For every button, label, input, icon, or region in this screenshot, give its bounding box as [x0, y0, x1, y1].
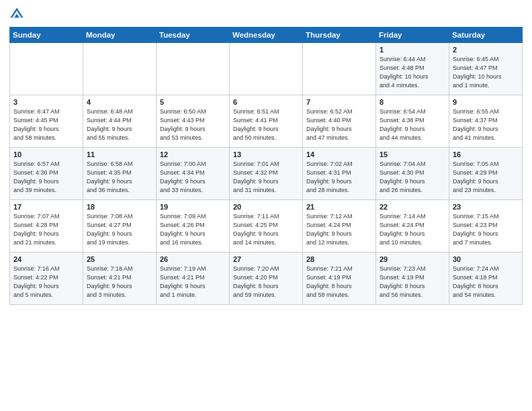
day-info: Sunrise: 7:20 AM Sunset: 4:20 PM Dayligh…	[233, 265, 299, 300]
calendar-cell: 16Sunrise: 7:05 AM Sunset: 4:29 PM Dayli…	[449, 148, 523, 200]
day-number: 15	[380, 150, 445, 158]
calendar-cell: 15Sunrise: 7:04 AM Sunset: 4:30 PM Dayli…	[376, 148, 449, 200]
calendar-cell: 8Sunrise: 6:54 AM Sunset: 4:38 PM Daylig…	[376, 95, 449, 148]
day-number: 2	[453, 46, 519, 54]
logo	[9, 7, 27, 21]
day-info: Sunrise: 6:47 AM Sunset: 4:45 PM Dayligh…	[13, 107, 79, 142]
day-info: Sunrise: 7:11 AM Sunset: 4:25 PM Dayligh…	[233, 212, 299, 247]
calendar-cell: 11Sunrise: 6:58 AM Sunset: 4:35 PM Dayli…	[83, 148, 157, 200]
header	[9, 7, 523, 21]
calendar-cell: 3Sunrise: 6:47 AM Sunset: 4:45 PM Daylig…	[10, 95, 83, 148]
day-number: 11	[87, 150, 152, 158]
day-info: Sunrise: 7:12 AM Sunset: 4:24 PM Dayligh…	[306, 212, 372, 247]
calendar-cell: 4Sunrise: 6:48 AM Sunset: 4:44 PM Daylig…	[83, 95, 157, 148]
day-info: Sunrise: 6:51 AM Sunset: 4:41 PM Dayligh…	[233, 107, 299, 142]
day-number: 18	[87, 203, 152, 211]
header-cell-saturday: Saturday	[449, 28, 523, 43]
day-number: 21	[306, 203, 372, 211]
day-number: 9	[453, 98, 519, 106]
day-info: Sunrise: 6:50 AM Sunset: 4:43 PM Dayligh…	[160, 107, 226, 142]
day-info: Sunrise: 7:09 AM Sunset: 4:26 PM Dayligh…	[160, 212, 226, 247]
calendar-cell: 12Sunrise: 7:00 AM Sunset: 4:34 PM Dayli…	[157, 148, 230, 200]
day-info: Sunrise: 7:14 AM Sunset: 4:24 PM Dayligh…	[380, 212, 445, 247]
day-info: Sunrise: 6:52 AM Sunset: 4:40 PM Dayligh…	[306, 107, 372, 142]
header-cell-friday: Friday	[376, 28, 449, 43]
calendar-cell: 1Sunrise: 6:44 AM Sunset: 4:48 PM Daylig…	[376, 43, 449, 95]
day-info: Sunrise: 7:18 AM Sunset: 4:21 PM Dayligh…	[87, 265, 152, 300]
calendar-cell	[83, 43, 157, 95]
header-cell-sunday: Sunday	[10, 28, 83, 43]
calendar-cell: 10Sunrise: 6:57 AM Sunset: 4:36 PM Dayli…	[10, 148, 83, 200]
calendar-cell: 27Sunrise: 7:20 AM Sunset: 4:20 PM Dayli…	[230, 253, 303, 305]
week-row-3: 10Sunrise: 6:57 AM Sunset: 4:36 PM Dayli…	[10, 148, 523, 200]
day-info: Sunrise: 7:16 AM Sunset: 4:22 PM Dayligh…	[13, 265, 79, 300]
header-cell-thursday: Thursday	[303, 28, 376, 43]
day-number: 14	[306, 150, 372, 158]
day-info: Sunrise: 7:04 AM Sunset: 4:30 PM Dayligh…	[380, 160, 445, 195]
calendar-cell: 17Sunrise: 7:07 AM Sunset: 4:28 PM Dayli…	[10, 200, 83, 253]
calendar-cell: 29Sunrise: 7:23 AM Sunset: 4:19 PM Dayli…	[376, 253, 449, 305]
day-number: 5	[160, 98, 226, 106]
calendar-cell: 23Sunrise: 7:15 AM Sunset: 4:23 PM Dayli…	[449, 200, 523, 253]
day-info: Sunrise: 7:08 AM Sunset: 4:27 PM Dayligh…	[87, 212, 152, 247]
header-row: SundayMondayTuesdayWednesdayThursdayFrid…	[10, 28, 523, 43]
day-info: Sunrise: 6:45 AM Sunset: 4:47 PM Dayligh…	[453, 55, 519, 90]
calendar-cell: 24Sunrise: 7:16 AM Sunset: 4:22 PM Dayli…	[10, 253, 83, 305]
day-number: 13	[233, 150, 299, 158]
calendar-body: 1Sunrise: 6:44 AM Sunset: 4:48 PM Daylig…	[10, 43, 523, 305]
calendar-cell: 26Sunrise: 7:19 AM Sunset: 4:21 PM Dayli…	[157, 253, 230, 305]
day-number: 27	[233, 255, 299, 263]
calendar-cell: 5Sunrise: 6:50 AM Sunset: 4:43 PM Daylig…	[157, 95, 230, 148]
week-row-2: 3Sunrise: 6:47 AM Sunset: 4:45 PM Daylig…	[10, 95, 523, 148]
calendar-cell: 28Sunrise: 7:21 AM Sunset: 4:19 PM Dayli…	[303, 253, 376, 305]
calendar-cell: 18Sunrise: 7:08 AM Sunset: 4:27 PM Dayli…	[83, 200, 157, 253]
day-number: 23	[453, 203, 519, 211]
day-info: Sunrise: 7:21 AM Sunset: 4:19 PM Dayligh…	[306, 265, 372, 300]
day-number: 30	[453, 255, 519, 263]
day-info: Sunrise: 6:44 AM Sunset: 4:48 PM Dayligh…	[380, 55, 445, 90]
day-number: 10	[13, 150, 79, 158]
week-row-1: 1Sunrise: 6:44 AM Sunset: 4:48 PM Daylig…	[10, 43, 523, 95]
header-cell-tuesday: Tuesday	[157, 28, 230, 43]
day-number: 19	[160, 203, 226, 211]
calendar-cell	[157, 43, 230, 95]
calendar-cell: 20Sunrise: 7:11 AM Sunset: 4:25 PM Dayli…	[230, 200, 303, 253]
calendar-cell: 22Sunrise: 7:14 AM Sunset: 4:24 PM Dayli…	[376, 200, 449, 253]
day-info: Sunrise: 7:24 AM Sunset: 4:18 PM Dayligh…	[453, 265, 519, 300]
day-number: 28	[306, 255, 372, 263]
day-number: 16	[453, 150, 519, 158]
calendar-cell: 30Sunrise: 7:24 AM Sunset: 4:18 PM Dayli…	[449, 253, 523, 305]
day-number: 22	[380, 203, 445, 211]
week-row-4: 17Sunrise: 7:07 AM Sunset: 4:28 PM Dayli…	[10, 200, 523, 253]
day-number: 24	[13, 255, 79, 263]
calendar-cell: 25Sunrise: 7:18 AM Sunset: 4:21 PM Dayli…	[83, 253, 157, 305]
week-row-5: 24Sunrise: 7:16 AM Sunset: 4:22 PM Dayli…	[10, 253, 523, 305]
day-info: Sunrise: 6:58 AM Sunset: 4:35 PM Dayligh…	[87, 160, 152, 195]
day-info: Sunrise: 7:00 AM Sunset: 4:34 PM Dayligh…	[160, 160, 226, 195]
calendar-cell	[303, 43, 376, 95]
day-info: Sunrise: 6:57 AM Sunset: 4:36 PM Dayligh…	[13, 160, 79, 195]
day-info: Sunrise: 7:01 AM Sunset: 4:32 PM Dayligh…	[233, 160, 299, 195]
day-number: 25	[87, 255, 152, 263]
day-number: 12	[160, 150, 226, 158]
calendar-cell: 19Sunrise: 7:09 AM Sunset: 4:26 PM Dayli…	[157, 200, 230, 253]
day-number: 20	[233, 203, 299, 211]
day-number: 4	[87, 98, 152, 106]
calendar-cell	[230, 43, 303, 95]
day-info: Sunrise: 7:15 AM Sunset: 4:23 PM Dayligh…	[453, 212, 519, 247]
header-cell-monday: Monday	[83, 28, 157, 43]
day-number: 8	[380, 98, 445, 106]
day-number: 26	[160, 255, 226, 263]
day-number: 1	[380, 46, 445, 54]
calendar-cell: 13Sunrise: 7:01 AM Sunset: 4:32 PM Dayli…	[230, 148, 303, 200]
calendar-cell: 9Sunrise: 6:55 AM Sunset: 4:37 PM Daylig…	[449, 95, 523, 148]
day-info: Sunrise: 6:54 AM Sunset: 4:38 PM Dayligh…	[380, 107, 445, 142]
day-number: 29	[380, 255, 445, 263]
day-info: Sunrise: 7:02 AM Sunset: 4:31 PM Dayligh…	[306, 160, 372, 195]
calendar-header: SundayMondayTuesdayWednesdayThursdayFrid…	[10, 28, 523, 43]
logo-icon	[9, 7, 24, 21]
day-info: Sunrise: 7:07 AM Sunset: 4:28 PM Dayligh…	[13, 212, 79, 247]
calendar-cell: 7Sunrise: 6:52 AM Sunset: 4:40 PM Daylig…	[303, 95, 376, 148]
day-info: Sunrise: 6:48 AM Sunset: 4:44 PM Dayligh…	[87, 107, 152, 142]
day-info: Sunrise: 7:19 AM Sunset: 4:21 PM Dayligh…	[160, 265, 226, 300]
